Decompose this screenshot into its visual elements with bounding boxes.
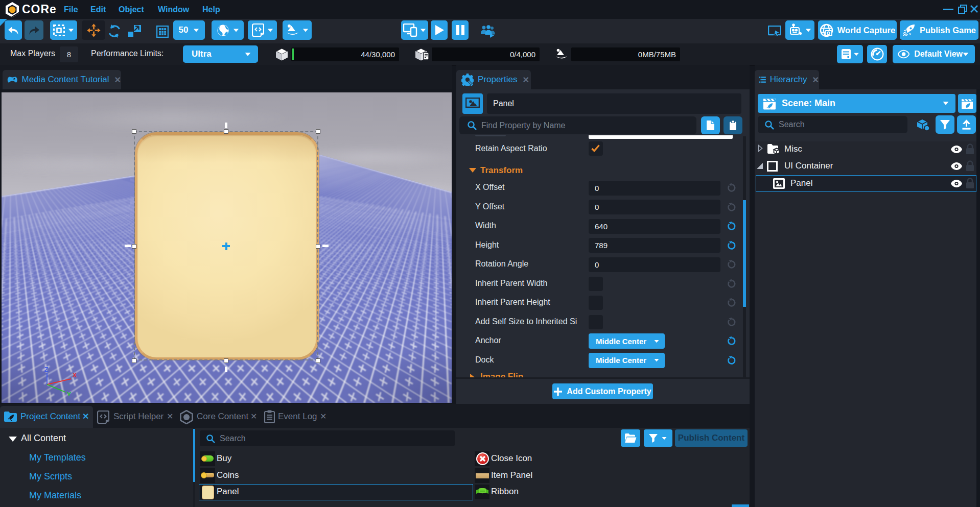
svg-text:X: X [73,372,77,379]
svg-text:Z: Z [44,366,48,373]
svg-text:Y: Y [67,391,71,396]
